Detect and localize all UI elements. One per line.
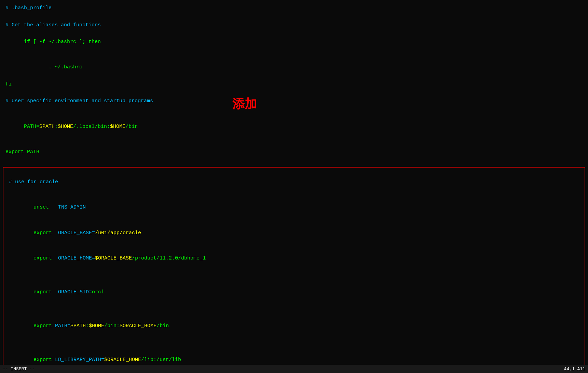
empty-line bbox=[5, 157, 583, 165]
code-line-fi: fi bbox=[5, 80, 583, 89]
oracle-sid-line: export ORACLE_SID=orcl bbox=[9, 280, 579, 305]
add-label: 添加 bbox=[232, 96, 257, 112]
status-bar: -- INSERT -- 44,1 All bbox=[0, 365, 588, 373]
code-line: # User specific environment and startup … bbox=[5, 97, 583, 106]
editor-container: # .bash_profile # Get the aliases and fu… bbox=[0, 0, 588, 373]
path-line: PATH=$PATH:$HOME/.local/bin:$HOME/bin bbox=[5, 114, 583, 139]
export-path-line: export PATH bbox=[5, 148, 583, 157]
unset-line: unset TNS_ADMIN bbox=[9, 195, 579, 221]
empty-line bbox=[5, 13, 583, 21]
red-box-section: # use for oracle unset TNS_ADMIN export … bbox=[3, 167, 585, 373]
status-position: 44,1 All bbox=[564, 367, 585, 372]
code-line: if [ -f ~/.bashrc ]; then bbox=[5, 29, 583, 55]
oracle-base-line: export ORACLE_BASE=/u01/app/oracle bbox=[9, 221, 579, 246]
oracle-comment: # use for oracle bbox=[9, 178, 579, 187]
empty-line bbox=[5, 89, 583, 97]
empty-line bbox=[5, 106, 583, 114]
red-box-code: # use for oracle unset TNS_ADMIN export … bbox=[6, 170, 582, 373]
status-mode: -- INSERT -- bbox=[3, 367, 564, 372]
code-line: # .bash_profile bbox=[5, 4, 583, 13]
code-line: . ~/.bashrc bbox=[5, 55, 583, 80]
code-line: # Get the aliases and functions bbox=[5, 21, 583, 30]
empty-line bbox=[5, 139, 583, 148]
oracle-home-line: export ORACLE_HOME=$ORACLE_BASE/product/… bbox=[9, 246, 579, 271]
export-path-line: export PATH=$PATH:$HOME/bin:$ORACLE_HOME… bbox=[9, 314, 579, 339]
code-area: # .bash_profile # Get the aliases and fu… bbox=[0, 3, 588, 166]
